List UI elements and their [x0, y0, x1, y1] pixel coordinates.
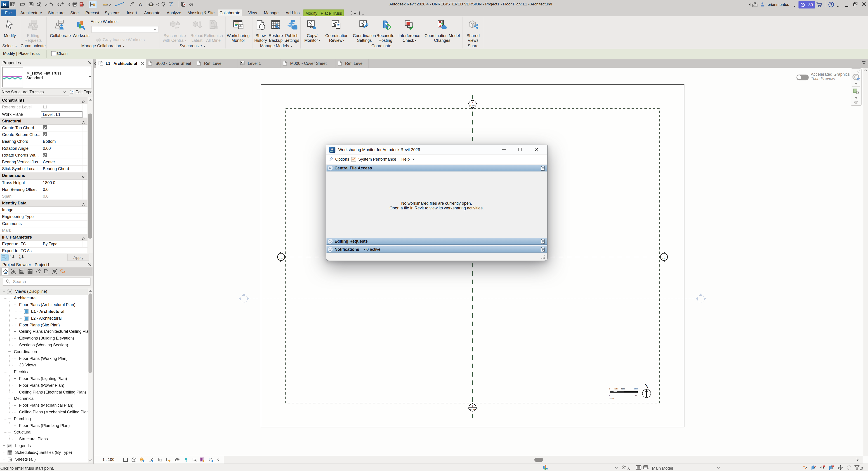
svg-text:A201: A201 [470, 105, 475, 107]
svg-text:A204: A204 [279, 257, 283, 260]
svg-text:A203: A203 [470, 408, 475, 410]
svg-text:A: A [138, 2, 142, 7]
svg-text:5000: 5000 [634, 388, 638, 390]
svg-text:?: ? [830, 2, 832, 6]
svg-text:N: N [644, 382, 649, 390]
svg-text:1: 1 [281, 254, 282, 257]
svg-text:A202: A202 [662, 257, 666, 260]
svg-text:1: 1 [472, 101, 473, 104]
svg-text:Z: Z [10, 257, 11, 259]
svg-text:0: 0 [610, 388, 611, 390]
svg-text:1: 1 [663, 254, 664, 257]
svg-text:1: 1 [472, 405, 473, 407]
svg-text:A: A [10, 254, 11, 257]
svg-text:2500: 2500 [621, 388, 625, 390]
svg-text:1: 1 [132, 2, 133, 4]
svg-text:A: A [19, 257, 21, 259]
svg-text:2D: 2D [857, 77, 860, 81]
svg-text:0: 0 [610, 394, 611, 396]
svg-text:Z: Z [19, 254, 21, 257]
svg-text:50: 50 [635, 394, 637, 396]
svg-text:1250: 1250 [615, 388, 619, 390]
svg-text:1:100: 1:100 [610, 398, 614, 400]
